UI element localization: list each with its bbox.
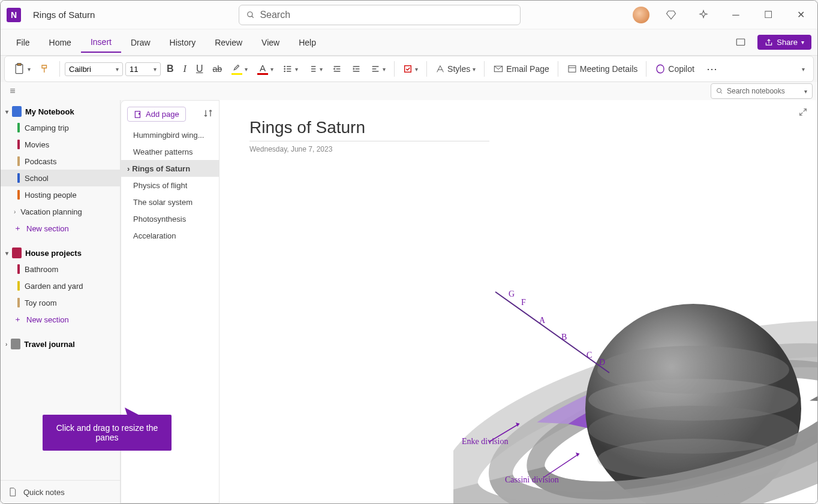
tab-history[interactable]: History: [160, 33, 206, 52]
new-section-button[interactable]: ＋New section: [1, 311, 120, 328]
notebook-house-projects[interactable]: ▾ House projects: [1, 245, 120, 261]
section-movies[interactable]: Movies: [1, 136, 120, 153]
global-search[interactable]: Search: [239, 5, 521, 25]
new-section-label: New section: [26, 315, 69, 324]
page-weather-patterns[interactable]: Weather patterns: [121, 143, 219, 160]
styles-label: Styles: [447, 64, 470, 74]
tab-review[interactable]: Review: [205, 33, 252, 52]
section-vacation-planning[interactable]: ›Vacation planning: [1, 203, 120, 220]
notebook-my-notebook[interactable]: ▾ My Notebook: [1, 104, 120, 119]
strikethrough-button[interactable]: ab: [209, 59, 225, 79]
ribbon-collapse-button[interactable]: ▾: [798, 59, 808, 79]
notebook-label: My Notebook: [25, 107, 74, 116]
overflow-button[interactable]: ⋯: [703, 59, 721, 79]
page-title[interactable]: Rings of Saturn: [249, 118, 489, 141]
tab-home[interactable]: Home: [40, 33, 81, 52]
expand-icon[interactable]: [798, 107, 808, 119]
page-icon: [8, 487, 17, 497]
search-icon: [716, 87, 723, 95]
section-bathroom[interactable]: Bathroom: [1, 261, 120, 277]
page-photosynthesis[interactable]: Photosynthesis: [121, 210, 219, 227]
resize-tooltip: Click and drag to resize the panes: [43, 415, 172, 451]
search-placeholder: Search: [260, 10, 290, 20]
notebook-travel-journal[interactable]: › Travel journal: [1, 336, 120, 352]
bold-button[interactable]: B: [163, 59, 178, 79]
indent-button[interactable]: [348, 59, 365, 79]
svg-point-7: [284, 68, 285, 69]
section-color: [17, 298, 20, 307]
align-button[interactable]: ▾: [367, 59, 389, 79]
sort-pages-button[interactable]: [203, 108, 213, 120]
present-icon[interactable]: [730, 34, 751, 52]
font-size-select[interactable]: 11▾: [125, 62, 161, 76]
diamond-icon[interactable]: [660, 6, 682, 24]
bullet-list-button[interactable]: ▾: [279, 59, 302, 79]
page-canvas[interactable]: Rings of Saturn Wednesday, June 7, 2023: [219, 100, 817, 503]
styles-button[interactable]: Styles▾: [432, 59, 479, 79]
section-camping-trip[interactable]: Camping trip: [1, 119, 120, 136]
section-color: [17, 173, 20, 183]
svg-line-28: [721, 92, 723, 94]
section-school[interactable]: School: [1, 170, 120, 186]
font-name-select[interactable]: Cailbri▾: [65, 62, 123, 76]
chevron-right-icon: ›: [5, 341, 7, 348]
search-notebooks[interactable]: Search notebooks ▾: [711, 83, 813, 99]
sub-toolbar: ≡ Search notebooks ▾: [1, 82, 817, 100]
italic-button[interactable]: I: [180, 59, 190, 79]
navigation-pane: ▾ My Notebook Camping trip Movies Podcas…: [1, 100, 121, 503]
user-avatar[interactable]: [633, 7, 649, 23]
tag-button[interactable]: ▾: [399, 59, 422, 79]
svg-rect-2: [737, 39, 745, 46]
tab-insert[interactable]: Insert: [81, 32, 121, 53]
svg-line-38: [495, 292, 609, 373]
number-list-button[interactable]: ▾: [304, 59, 326, 79]
highlight-button[interactable]: ▾: [228, 59, 251, 79]
svg-point-9: [284, 71, 285, 71]
app-icon: N: [7, 8, 21, 22]
tab-view[interactable]: View: [252, 33, 289, 52]
meeting-details-button[interactable]: Meeting Details: [563, 59, 642, 79]
coming-soon-icon[interactable]: [693, 6, 714, 24]
annotation-cassini: Cassini division: [505, 475, 559, 485]
ring-label-d: D: [599, 358, 605, 367]
notebook-icon: [11, 339, 20, 349]
notebook-icon: [12, 248, 22, 258]
nav-toggle-icon[interactable]: ≡: [5, 84, 20, 98]
share-button[interactable]: Share ▾: [757, 35, 811, 50]
format-painter-button[interactable]: [37, 59, 55, 79]
section-garden-and-yard[interactable]: Garden and yard: [1, 277, 120, 294]
chevron-down-icon: ▾: [5, 250, 8, 256]
underline-button[interactable]: U: [193, 59, 207, 79]
section-label: Podcasts: [25, 157, 56, 166]
section-podcasts[interactable]: Podcasts: [1, 153, 120, 170]
title-bar: N Rings of Saturn Search ─ ☐ ✕: [1, 1, 817, 29]
section-hosting-people[interactable]: Hosting people: [1, 186, 120, 203]
tab-file[interactable]: File: [7, 33, 40, 52]
page-accelaration[interactable]: Accelaration: [121, 227, 219, 244]
close-button[interactable]: ✕: [790, 6, 811, 24]
copilot-button[interactable]: Copilot: [651, 59, 698, 79]
section-toy-room[interactable]: Toy room: [1, 294, 120, 311]
add-page-button[interactable]: Add page: [127, 107, 186, 122]
minimize-button[interactable]: ─: [725, 6, 747, 24]
page-rings-of-saturn[interactable]: Rings of Saturn: [121, 160, 219, 177]
section-color: [17, 140, 20, 149]
meeting-label: Meeting Details: [580, 64, 638, 74]
window-title: Rings of Saturn: [33, 10, 95, 20]
paste-button[interactable]: ▾: [10, 59, 34, 79]
outdent-button[interactable]: [329, 59, 345, 79]
chevron-down-icon: ▾: [801, 39, 804, 46]
maximize-button[interactable]: ☐: [757, 6, 779, 24]
page-hummingbird[interactable]: Hummingbird wing...: [121, 126, 219, 143]
email-page-button[interactable]: Email Page: [489, 59, 553, 79]
new-section-button[interactable]: ＋New section: [1, 220, 120, 237]
section-label: School: [25, 174, 49, 183]
tab-draw[interactable]: Draw: [121, 33, 160, 52]
page-the-solar-system[interactable]: The solar system: [121, 194, 219, 210]
tab-help[interactable]: Help: [289, 33, 326, 52]
font-color-button[interactable]: A▾: [254, 59, 277, 79]
quick-notes-button[interactable]: Quick notes: [1, 480, 120, 503]
section-color: [17, 123, 20, 132]
notebook-label: House projects: [25, 249, 82, 258]
page-physics-of-flight[interactable]: Physics of flight: [121, 177, 219, 194]
